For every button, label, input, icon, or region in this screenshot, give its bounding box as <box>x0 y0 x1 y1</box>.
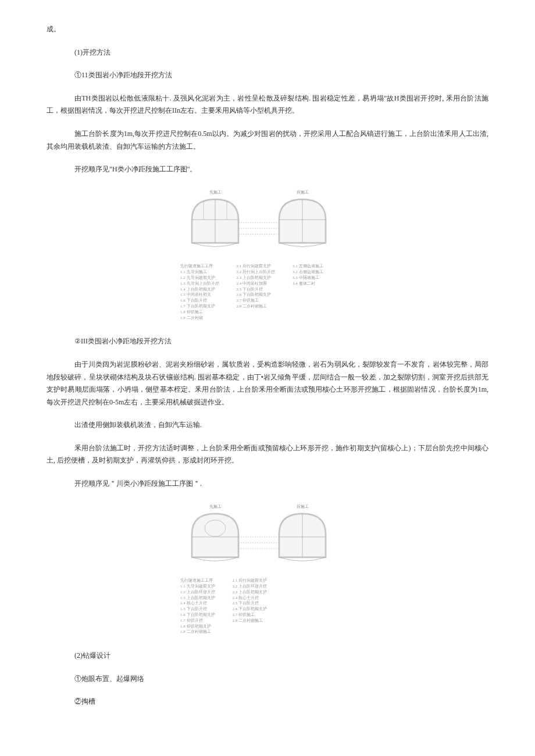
legend-col-3: 3.1 左侧边墙施工 3.2 右侧边墙施工 3.3 中隔墙施工 3.4 整体二衬 <box>293 264 323 321</box>
legend-item: 2.6 下台阶初期支护 <box>233 607 268 612</box>
legend-item: 1.3 先导洞上台阶开挖 <box>180 281 219 287</box>
subheading-blast-layout: ①炮眼布置、起爆网络 <box>47 673 488 686</box>
subheading-class3: ②III类围岩小净距地段开挖方法 <box>47 335 488 348</box>
legend-item: 2.2 后行洞上台阶开挖 <box>237 270 276 275</box>
legend-item: 1.1 先导洞超前支护 <box>180 584 215 590</box>
legend-item: 1.2 上台阶环形开挖 <box>180 590 215 596</box>
legend-item: 2.6 下台阶初期支护 <box>237 292 276 298</box>
tunnel-svg-2: 先施工 后施工 <box>174 502 361 572</box>
legend-item: 3.1 左侧边墙施工 <box>293 264 323 270</box>
legend-item: 2.8 二次衬砌施工 <box>237 304 276 310</box>
diagram-label-left: 先施工 <box>209 190 222 195</box>
legend-col-2: 2.1 后行洞超前支护 2.2 后行洞上台阶开挖 2.3 上台阶初期支护 2.4… <box>237 264 276 321</box>
subheading-class11: ①11类围岩小净距地段开挖方法 <box>47 69 488 82</box>
legend-item: 1.4 上台阶初期支护 <box>180 287 219 293</box>
paragraph-step-length: 施工台阶长度为1m,每次开挖进尺控制在0.5m以内。为减少对围岩的扰动，开挖采用… <box>47 128 488 153</box>
tunnel-diagram-2: 先施工 后施工 先行隧道施工工序 1.1 先导洞超前支护 1.2 上台阶环形开挖 <box>174 502 361 636</box>
legend-item: 1.1 先导洞施工 <box>180 270 219 275</box>
legend-item: 2.3 上台阶初期支护 <box>237 275 276 281</box>
legend-item: 1.8 仰拱施工 <box>180 310 219 316</box>
paragraph-sequence-ref2: 开挖顺序见＂川类小净距段施工工序图＂. <box>47 478 488 490</box>
legend-item: 2.3 上台阶初期支护 <box>233 590 268 596</box>
legend-item: 1.3 上台阶初期支护 <box>180 596 215 601</box>
tunnel-svg-1: 先施工 后施工 <box>174 188 361 257</box>
legend-item: 2.1 后行洞超前支护 <box>233 578 268 584</box>
paragraph-mucking: 出渣使用侧卸装载机装渣，自卸汽车运输. <box>47 419 488 432</box>
legend-item: 3.4 整体二衬 <box>293 281 323 287</box>
legend-item: 1.8 仰拱初期支护 <box>180 624 215 630</box>
legend-item: 1.9 二次衬砌 <box>180 316 219 321</box>
diagram2-label-left: 先施工 <box>209 504 222 509</box>
legend-item: 2.4 核心土开挖 <box>233 596 268 601</box>
heading-excavation-method: (1)开挖方法 <box>47 46 488 59</box>
legend-item: 1.5 下台阶开挖 <box>180 607 215 612</box>
legend-title: 先行隧道施工工序 <box>180 578 215 584</box>
legend-item: 2.7 仰拱施工 <box>233 612 268 618</box>
diagram-1-legend: 先行隧道施工工序 1.1 先导洞施工 1.2 先导洞超前支护 1.3 先导洞上台… <box>174 264 361 321</box>
legend-item: 1.4 核心土开挖 <box>180 601 215 607</box>
tunnel-diagram-1: 先施工 后施工 先行隧道施工工序 1.1 先导洞施工 1.2 先导洞 <box>174 188 361 321</box>
paragraph-chuan-rock: 由于川类阔为岩泥膜粉砂岩、泥岩夹粉细砂岩，属软质岩，受构造影响轻微，岩石为弱风化… <box>47 359 488 409</box>
heading-drill-blast: (2)钻爆设计 <box>47 650 488 662</box>
legend-item: 1.7 仰拱开挖 <box>180 618 215 624</box>
legend-item: 2.2 上台阶环形开挖 <box>233 584 268 590</box>
diagram-2-container: 先施工 后施工 先行隧道施工工序 1.1 先导洞超前支护 1.2 上台阶环形开挖 <box>47 502 488 636</box>
paragraph-th-rock: 由TH类围岩以松散低液限粘十. 及强风化泥岩为主，岩性呈松散及碎裂结构. 围岩稳… <box>47 92 488 117</box>
paragraph-step-method: 釆用台阶法施工时，开挖方法适时调整，上台阶釆用全断面或预留核心上环形开挖，施作初… <box>47 442 488 467</box>
legend-item: 2.5 下台阶开挖 <box>233 601 268 607</box>
legend-item: 2.7 仰拱施工 <box>237 298 276 304</box>
legend-item: 1.2 先导洞超前支护 <box>180 275 219 281</box>
legend-item: 3.2 右侧边墙施工 <box>293 270 323 275</box>
paragraph-continuation: 成。 <box>47 23 488 36</box>
legend-item: 1.5 中间岩柱初支 <box>180 292 219 298</box>
legend-item: 1.9 二次衬砌施工 <box>180 629 215 635</box>
legend-item: 1.7 下台阶初期支护 <box>180 304 219 310</box>
diagram-label-right: 后施工 <box>297 190 309 195</box>
diagram2-label-right: 后施工 <box>297 504 309 509</box>
legend-item: 3.3 中隔墙施工 <box>293 275 323 281</box>
legend-item: 2.1 后行洞超前支护 <box>237 264 276 270</box>
legend-item: 1.6 下台阶开挖 <box>180 298 219 304</box>
paragraph-sequence-ref1: 开挖顺序见"H类小净距段施工工序图"。 <box>47 163 488 176</box>
legend-title: 先行隧道施工工序 <box>180 264 219 270</box>
diagram-2-legend: 先行隧道施工工序 1.1 先导洞超前支护 1.2 上台阶环形开挖 1.3 上台阶… <box>174 578 361 635</box>
legend2-col-1: 先行隧道施工工序 1.1 先导洞超前支护 1.2 上台阶环形开挖 1.3 上台阶… <box>180 578 215 635</box>
subheading-cut-hole: ②掏槽 <box>47 696 488 708</box>
legend-item: 2.4 中间岩柱加固 <box>237 281 276 287</box>
diagram-1-container: 先施工 后施工 先行隧道施工工序 1.1 先导洞施工 1.2 先导洞 <box>47 188 488 321</box>
legend-item: 2.5 下台阶开挖 <box>237 287 276 293</box>
legend-item: 2.8 二次衬砌施工 <box>233 618 268 624</box>
legend-col-1: 先行隧道施工工序 1.1 先导洞施工 1.2 先导洞超前支护 1.3 先导洞上台… <box>180 264 219 321</box>
legend-item: 1.6 下台阶初期支护 <box>180 612 215 618</box>
legend2-col-2: 2.1 后行洞超前支护 2.2 上台阶环形开挖 2.3 上台阶初期支护 2.4 … <box>233 578 268 635</box>
